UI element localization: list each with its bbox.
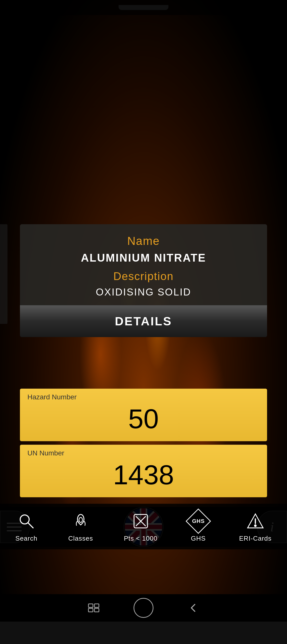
chemical-name: ALUMINIUM NITRATE [28,252,260,264]
nav-pts1000[interactable]: Pts < 1000 [124,511,158,542]
card-info-section: Name ALUMINIUM NITRATE Description OXIDI… [20,224,267,305]
left-edge-indicator [0,224,8,324]
notch [118,5,168,10]
nav-ghs[interactable]: GHS GHS [188,511,208,542]
description-value: OXIDISING SOLID [28,286,260,298]
nav-eri[interactable]: ERI-Cards [239,511,272,542]
svg-rect-21 [88,608,93,612]
hazard-number-value: 50 [28,404,260,434]
bottom-extra-row [0,622,287,644]
svg-line-1 [28,523,33,528]
home-button[interactable] [134,598,154,618]
back-button[interactable] [183,598,203,618]
hazard-number-label: Hazard Number [28,393,260,401]
ghs-icon: GHS [188,511,208,531]
svg-point-8 [254,525,256,527]
classes-icon [71,511,91,531]
description-label: Description [28,270,260,282]
system-nav-bar [0,594,287,622]
top-bar [0,0,287,15]
nav-eri-label: ERI-Cards [239,535,272,542]
nav-pts1000-label: Pts < 1000 [124,535,158,542]
un-number-value: 1438 [28,460,260,490]
svg-rect-20 [94,604,99,608]
name-label: Name [28,234,260,248]
svg-point-2 [79,518,82,522]
bottom-navigation: Search Classes Pts < 1000 GHS [0,504,287,549]
nav-search-label: Search [16,535,37,542]
nav-classes[interactable]: Classes [68,511,93,542]
search-icon [16,511,36,531]
svg-rect-22 [94,608,99,612]
hazard-section: Hazard Number 50 UN Number 1438 [20,389,267,501]
un-number-label: UN Number [28,449,260,457]
un-number-box: UN Number 1438 [20,445,267,497]
nav-ghs-label: GHS [191,535,206,542]
pts1000-icon [131,511,151,531]
details-button[interactable]: DETAILS [20,305,267,337]
nav-classes-label: Classes [68,535,93,542]
nav-search[interactable]: Search [16,511,37,542]
eri-icon [246,511,265,531]
chemical-info-card: Name ALUMINIUM NITRATE Description OXIDI… [20,224,267,337]
hazard-number-box: Hazard Number 50 [20,389,267,441]
recent-apps-button[interactable] [84,598,104,618]
svg-rect-19 [88,604,93,608]
